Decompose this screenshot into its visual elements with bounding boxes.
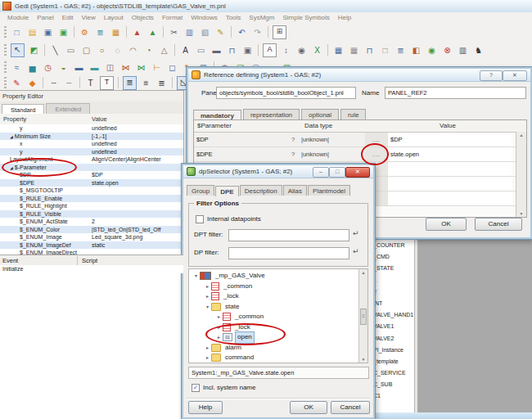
save-panel-icon[interactable]: ▣	[42, 26, 54, 38]
symbol-catalog-icon[interactable]: ◩	[28, 44, 40, 56]
slider-widget-icon[interactable]: ◫	[104, 61, 116, 74]
scroll-up-icon[interactable]: ▲	[516, 133, 526, 137]
redo-icon[interactable]: ↷	[251, 26, 264, 38]
menu-item-objects[interactable]: Objects	[128, 14, 158, 21]
property-row[interactable]: $DPEstate.open	[0, 179, 183, 187]
progress-bar-2-icon[interactable]: ▬	[88, 61, 101, 74]
line-width-icon[interactable]: ┈	[63, 77, 75, 89]
cut-icon[interactable]: ✂	[168, 26, 180, 38]
property-row[interactable]: $_MSGTOOLTIP	[0, 187, 183, 195]
draw-rectangle-icon[interactable]: ▭	[65, 44, 77, 56]
list-item[interactable]: C1	[373, 390, 415, 402]
progress-bar-icon[interactable]: ▬	[73, 61, 85, 74]
internal-datapoints-checkbox[interactable]	[196, 215, 204, 223]
scroll-down-icon[interactable]: ▼	[516, 211, 526, 216]
value-cell[interactable]: state.open	[388, 147, 512, 161]
list-item[interactable]: VALVE_HAND1	[373, 309, 415, 321]
tab-group[interactable]: Group	[187, 185, 214, 196]
tab-dpe[interactable]: DPE	[215, 186, 238, 196]
film-tool-icon[interactable]: ▥	[457, 44, 469, 56]
web-tool-icon[interactable]: ◉	[426, 44, 438, 56]
list-item[interactable]: _CMD	[373, 251, 415, 263]
cancel-tool-icon[interactable]: ⊗	[441, 44, 453, 56]
align-left-icon[interactable]: ≣	[123, 76, 137, 90]
text-tool-icon[interactable]: A	[179, 44, 192, 56]
push-button-tool-icon[interactable]: ▬	[210, 44, 223, 56]
label-tool-icon[interactable]: A	[263, 43, 277, 57]
color-selector-tool-icon[interactable]: ◧	[410, 44, 422, 56]
list-item[interactable]: 2	[373, 286, 415, 298]
draw-polygon-icon[interactable]: △	[158, 44, 170, 56]
tree-widget-icon[interactable]: ⊢	[151, 61, 163, 74]
parameter-row[interactable]: $DP?|unknown|...$DP	[194, 133, 526, 147]
property-row[interactable]: $_ENUM_Color|STD_led_On|STD_led_Off	[0, 226, 183, 234]
incl-system-name-checkbox[interactable]: ✓	[192, 384, 200, 392]
menu-item-format[interactable]: Format	[158, 14, 187, 21]
property-row[interactable]: yundefined	[0, 148, 183, 156]
property-row[interactable]: $_ENUM_ImageDefstatic	[0, 241, 183, 250]
format-painter-icon[interactable]: ✎	[214, 26, 227, 38]
align-right-icon[interactable]: ≣	[156, 77, 168, 89]
tab-tool-icon[interactable]: ⊓	[226, 44, 238, 56]
panel-path-field[interactable]: objects/symbols_bool/stdlib_boolObject_1…	[216, 87, 356, 99]
chevron-right-icon[interactable]: ▸	[215, 312, 223, 322]
list-item[interactable]: C_SERVICE	[373, 367, 415, 379]
menu-item-view[interactable]: View	[78, 14, 100, 21]
text-field-icon[interactable]: T	[100, 76, 114, 90]
project-settings-icon[interactable]: ⚙	[79, 26, 91, 38]
property-row[interactable]: LayoutAlignmentAlignVCenter|AlignHCenter	[0, 155, 183, 164]
list-item[interactable]: _STATE	[373, 263, 415, 274]
page-tool-icon[interactable]: □	[379, 44, 391, 56]
property-row[interactable]: $_RULE_Visible	[0, 210, 183, 219]
menu-item-tools[interactable]: Tools	[222, 14, 246, 21]
property-row[interactable]: xundefined	[0, 140, 183, 148]
radio-button-tool-icon[interactable]: ◉	[295, 44, 308, 56]
tree-item[interactable]: ▸command	[189, 353, 359, 363]
frame-tool-icon[interactable]: ▭	[195, 44, 207, 56]
help-button[interactable]: Help	[188, 401, 223, 414]
property-row[interactable]: $_RULE_Enable	[0, 195, 183, 203]
list-tool-icon[interactable]: ≣	[394, 44, 407, 56]
draw-rounded-rect-icon[interactable]: ▢	[80, 44, 92, 56]
menu-item-sysmgm[interactable]: SysMgm	[245, 14, 278, 21]
property-row[interactable]: ◢Minimum Size[-1,-1]	[0, 133, 183, 141]
toolbar-handle[interactable]	[4, 26, 7, 38]
toolbar-handle[interactable]	[4, 44, 7, 56]
browse-ellipsis-button[interactable]: ...	[365, 133, 389, 146]
property-row[interactable]: ◢$-Parameter	[0, 164, 183, 172]
close-icon[interactable]: ✕	[345, 167, 370, 178]
cancel-button[interactable]: Cancel	[475, 218, 522, 231]
connector-icon[interactable]: ⋈	[119, 61, 132, 74]
spin-button-tool-icon[interactable]: ↕	[280, 44, 292, 56]
menu-item-simple-symbols[interactable]: Simple Symbols	[278, 14, 333, 21]
excel-tool-icon[interactable]: X	[311, 44, 323, 56]
tree-item[interactable]: ▸_lock	[189, 291, 359, 302]
scroll-thumb[interactable]: ≡	[360, 309, 367, 325]
list-item[interactable]: _COUNTER	[373, 240, 415, 251]
cancel-button[interactable]: Cancel	[331, 401, 370, 414]
tree-item[interactable]: ▸_common	[189, 282, 359, 292]
enter-icon[interactable]: ↵	[353, 229, 359, 237]
paste-icon[interactable]: ▧	[199, 26, 211, 38]
chevron-right-icon[interactable]: ▸	[204, 343, 211, 354]
align-center-icon[interactable]: ≡	[140, 77, 152, 89]
list-item[interactable]: 1	[373, 275, 415, 286]
property-row[interactable]: $_ENUM_ImageLed_square_3d.png	[0, 233, 183, 241]
connector-2-icon[interactable]: ⋈	[135, 61, 147, 74]
tree-item[interactable]: ▸_common	[189, 312, 359, 322]
calendar-tool-icon[interactable]: ▦	[348, 44, 360, 56]
table-scrollbar[interactable]: ▲ ▼	[516, 132, 526, 217]
scroll-down-icon[interactable]: ▼	[359, 357, 367, 362]
tree-item[interactable]: ▾_mp_GAS_Valve	[189, 271, 359, 282]
menu-item-panel[interactable]: Panel	[33, 14, 57, 21]
help-button[interactable]: ?	[480, 70, 503, 81]
property-row[interactable]: yundefined	[0, 124, 183, 133]
text-format-icon[interactable]: T	[84, 77, 97, 89]
tab-description[interactable]: Description	[240, 185, 282, 196]
value-cell[interactable]: $DP	[388, 133, 512, 146]
dpt-filter-input[interactable]	[228, 229, 349, 241]
catalog-icon[interactable]: ▦	[110, 26, 122, 38]
trend-chart-icon[interactable]: ≈	[11, 61, 23, 74]
list-item[interactable]: INT	[373, 298, 415, 309]
line-style-icon[interactable]: ╌	[47, 77, 60, 89]
